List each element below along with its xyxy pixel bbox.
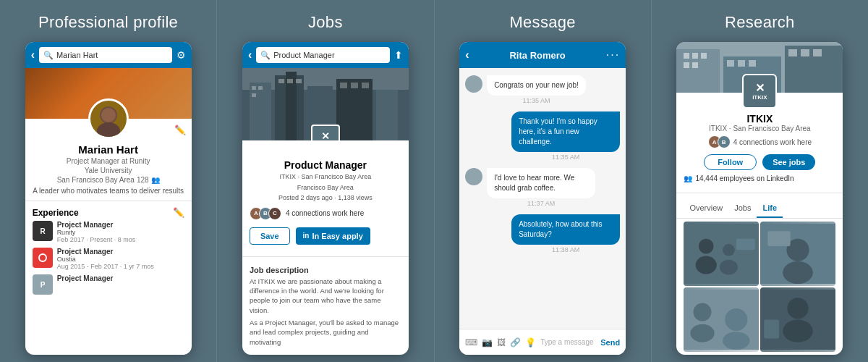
avatar-stack: A B C: [250, 207, 281, 220]
tab-life[interactable]: Life: [757, 199, 783, 218]
msg-wrap-3: Absolutely, how about this Saturday? 11:…: [511, 214, 620, 253]
msg-wrap-2: I'd love to hear more. We should grab co…: [487, 168, 595, 207]
msg-bubble-0: Congrats on your new job!: [487, 75, 586, 96]
job-desc-text: At ITKIX we are passionate about making …: [250, 277, 401, 315]
exp-text-2: Project Manager: [57, 274, 114, 282]
save-button[interactable]: Save: [250, 227, 290, 245]
profile-university: Yale University: [33, 167, 184, 174]
exp-logo-1: [33, 248, 53, 268]
profile-avatar-wrap: [88, 98, 129, 139]
message-input-placeholder[interactable]: Type a message: [540, 338, 596, 346]
svg-rect-50: [768, 231, 791, 246]
back-button-profile[interactable]: ‹: [31, 49, 35, 62]
profile-description: A leader who motivates teams to deliver …: [33, 187, 184, 195]
section-jobs: Jobs ‹ 🔍 Product Manager ⬆: [217, 0, 434, 362]
company-connections: A B 4 connections work here: [684, 135, 835, 148]
jobs-search-text: Product Manager: [273, 51, 334, 59]
avatar-svg: [90, 101, 127, 137]
phone-jobs: ‹ 🔍 Product Manager ⬆: [242, 42, 409, 355]
msg-time-3: 11:38 AM: [511, 246, 620, 253]
contact-name: Rita Romero: [469, 50, 605, 61]
svg-rect-31: [692, 53, 698, 59]
exp-logo-2: P: [33, 274, 53, 295]
message-topbar: ‹ Rita Romero ···: [459, 42, 626, 68]
exp-text-0: Project Manager Runity Feb 2017 · Presen…: [57, 221, 136, 243]
profile-info: Marian Hart Project Manager at Runity Ya…: [25, 143, 192, 195]
job-area: Francisco Bay Area: [250, 183, 401, 193]
company-info: ITKIX ITKIX · San Francisco Bay Area A B…: [676, 113, 843, 148]
section-message: Message ‹ Rita Romero ··· Congrats on yo…: [435, 0, 652, 362]
svg-rect-41: [684, 224, 759, 284]
edit-icon-profile[interactable]: ✏️: [174, 125, 186, 135]
profile-search-bar[interactable]: 🔍 Marian Hart: [39, 47, 172, 63]
easy-apply-button[interactable]: in In Easy apply: [296, 227, 370, 245]
svg-text:R: R: [40, 227, 46, 235]
edit-icon-experience[interactable]: ✏️: [173, 207, 184, 218]
see-jobs-button[interactable]: See jobs: [762, 154, 815, 170]
section-research: Research: [652, 0, 868, 362]
connections-icon: 👥: [151, 176, 160, 184]
connections-count: 128: [137, 176, 149, 184]
research-divider: [676, 193, 843, 193]
photo-cell-2: [760, 222, 835, 286]
svg-point-55: [723, 332, 749, 350]
profile-location: San Francisco Bay Area 128 👥: [33, 176, 184, 184]
phone-message: ‹ Rita Romero ··· Congrats on your new j…: [459, 42, 626, 355]
svg-point-44: [723, 244, 735, 256]
employees-row: 👥 14,444 employees on LinkedIn: [676, 170, 843, 187]
message-row-1: Thank you! I'm so happy here, it's a fun…: [465, 111, 620, 161]
tab-overview[interactable]: Overview: [684, 199, 728, 218]
experience-list: R Project Manager Runity Feb 2017 · Pres…: [25, 218, 192, 298]
msg-wrap-0: Congrats on your new job! 11:35 AM: [487, 75, 586, 104]
experience-label: Experience ✏️: [25, 207, 192, 218]
msg-avatar-0: [465, 75, 482, 93]
back-button-jobs[interactable]: ‹: [248, 49, 252, 62]
svg-point-49: [783, 261, 814, 284]
search-icon-profile: 🔍: [43, 51, 54, 60]
section-professional-profile: Professional profile ‹ 🔍 Marian Hart ⚙: [0, 0, 217, 362]
job-description: Job description At ITKIX we are passiona…: [242, 263, 409, 355]
msg-bubble-3: Absolutely, how about this Saturday?: [511, 214, 620, 245]
search-icon-jobs: 🔍: [260, 51, 271, 60]
job-company-logo: ✕ ITKIX: [311, 125, 340, 140]
mini-avatar-3: C: [268, 207, 281, 220]
link-icon[interactable]: 🔗: [510, 337, 521, 348]
image-icon[interactable]: 🖼: [497, 337, 506, 348]
job-desc-title: Job description: [250, 266, 401, 274]
company-logo: ✕ ITKIX: [742, 74, 777, 109]
more-options-icon[interactable]: ···: [606, 49, 620, 62]
svg-rect-38: [788, 49, 797, 56]
company-subtitle: ITKIX · San Francisco Bay Area: [684, 125, 835, 132]
jobs-search-bar[interactable]: 🔍 Product Manager: [256, 47, 390, 63]
share-icon-jobs[interactable]: ⬆: [394, 49, 403, 61]
svg-rect-34: [692, 62, 698, 68]
msg-time-0: 11:35 AM: [487, 97, 586, 104]
exp-item-1: Project Manager Oustia Aug 2015 - Feb 20…: [33, 248, 184, 270]
tab-jobs[interactable]: Jobs: [728, 199, 757, 218]
profile-hero: ✏️: [25, 68, 192, 119]
svg-rect-59: [765, 320, 780, 339]
job-posted: Posted 2 days ago · 1,138 views: [250, 193, 401, 203]
message-row-2: I'd love to hear more. We should grab co…: [465, 168, 620, 207]
settings-icon-profile[interactable]: ⚙: [176, 49, 186, 61]
company-buttons: Follow See jobs: [676, 154, 843, 170]
job-divider: [242, 256, 409, 257]
phone-profile: ‹ 🔍 Marian Hart ⚙: [25, 42, 192, 355]
company-hero: ✕ ITKIX: [676, 42, 843, 93]
employees-icon: 👥: [684, 174, 692, 182]
camera-icon[interactable]: 📷: [482, 337, 493, 348]
lightbulb-icon[interactable]: 💡: [525, 337, 536, 348]
phone-research: ✕ ITKIX ITKIX ITKIX · San Francisco Bay …: [676, 42, 843, 355]
section-title-message: Message: [509, 13, 575, 32]
company-name: ITKIX: [684, 113, 835, 125]
svg-point-45: [720, 260, 738, 275]
messages-area: Congrats on your new job! 11:35 AM Thank…: [459, 68, 626, 329]
follow-button[interactable]: Follow: [704, 154, 757, 170]
job-connections-row: A B C 4 connections work here: [242, 203, 409, 224]
msg-time-2: 11:37 AM: [487, 200, 595, 207]
keyboard-icon[interactable]: ⌨: [465, 337, 477, 348]
exp-item-0: R Project Manager Runity Feb 2017 · Pres…: [33, 221, 184, 243]
company-connections-text: 4 connections work here: [733, 138, 812, 146]
send-button[interactable]: Send: [600, 338, 620, 347]
profile-search-text: Marian Hart: [56, 51, 98, 59]
